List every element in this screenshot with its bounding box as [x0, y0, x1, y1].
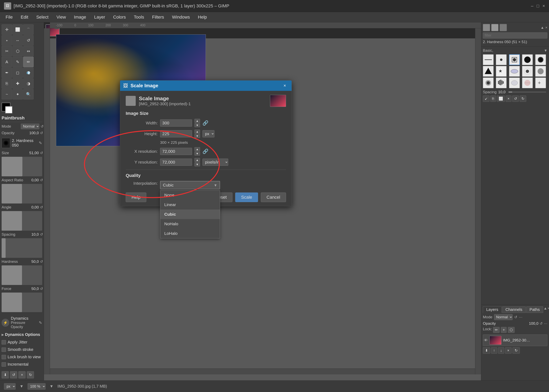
xres-down[interactable]: ▼: [194, 152, 200, 155]
tool-move[interactable]: ✛: [2, 24, 12, 35]
layer-visibility-icon[interactable]: 👁: [484, 338, 488, 343]
menu-windows[interactable]: Windows: [169, 13, 193, 21]
brush-cell-6[interactable]: [483, 66, 494, 77]
brush-cell-12[interactable]: [496, 77, 507, 88]
brush-cell-9[interactable]: [522, 66, 533, 77]
incremental-checkbox[interactable]: [2, 362, 6, 367]
brush-action-6[interactable]: ↻: [520, 95, 526, 102]
tool-eraser[interactable]: ◻: [12, 68, 23, 78]
aspect-reset[interactable]: ↺: [40, 178, 43, 182]
menu-view[interactable]: View: [53, 13, 70, 21]
lock-brush-btn[interactable]: ✏: [493, 327, 500, 333]
yres-down[interactable]: ▼: [194, 162, 200, 166]
layers-close-icon[interactable]: ×: [548, 306, 549, 313]
tool-smudge[interactable]: ~: [2, 89, 12, 99]
zoom-select-status[interactable]: 100 %: [28, 383, 46, 390]
tool-perspective[interactable]: ⬡: [12, 46, 23, 56]
dialog-close-button[interactable]: ×: [281, 82, 288, 89]
lock-alpha-btn[interactable]: ⬡: [508, 327, 515, 333]
menu-tools[interactable]: Tools: [130, 13, 148, 21]
brush-action-2[interactable]: ⎘: [490, 95, 496, 102]
interpolation-select[interactable]: Cubic: [160, 181, 220, 189]
brushes-filter-input[interactable]: [483, 32, 547, 39]
height-up[interactable]: ▲: [194, 130, 200, 133]
tab-paths[interactable]: Paths: [526, 306, 543, 313]
x-res-input[interactable]: [160, 148, 192, 155]
tool-color-picker[interactable]: ✦: [12, 89, 23, 99]
smooth-stroke-checkbox[interactable]: [2, 348, 6, 352]
unit-select[interactable]: px % in: [202, 130, 214, 137]
tool-text[interactable]: A: [2, 57, 12, 67]
tool-dodge[interactable]: ◑: [23, 78, 34, 89]
tool-options-delete[interactable]: ×: [18, 371, 26, 378]
width-down[interactable]: ▼: [194, 123, 200, 127]
layer-btn-delete[interactable]: ×: [505, 347, 512, 354]
layer-opacity-reset[interactable]: ↺: [540, 321, 543, 326]
menu-filters[interactable]: Filters: [149, 13, 168, 21]
tool-path[interactable]: ✎: [12, 57, 23, 67]
option-linear[interactable]: Linear: [160, 200, 220, 210]
tool-airbrush[interactable]: 💨: [23, 68, 34, 78]
hardness-reset[interactable]: ↺: [40, 259, 43, 264]
tool-scale[interactable]: ↔: [12, 35, 23, 46]
menu-colors[interactable]: Colors: [109, 13, 129, 21]
angle-reset[interactable]: ↺: [40, 205, 43, 210]
menu-image[interactable]: Image: [70, 13, 90, 21]
option-lohalo[interactable]: LoHalo: [160, 229, 220, 238]
spacing-reset[interactable]: ↺: [40, 232, 43, 237]
h-scrollbar[interactable]: [50, 368, 481, 374]
width-up[interactable]: ▲: [194, 119, 200, 123]
tool-options-undo[interactable]: ↺: [10, 371, 17, 378]
opacity-reset-icon[interactable]: ↺: [40, 131, 43, 135]
help-button[interactable]: Help: [126, 193, 146, 202]
layer-btn-undo[interactable]: ↻: [513, 347, 520, 354]
layer-opacity-more[interactable]: ⋯: [544, 321, 547, 326]
lock-position-btn[interactable]: +: [501, 327, 507, 333]
tab-channels[interactable]: Channels: [502, 306, 526, 313]
brush-cell-15[interactable]: +: [535, 77, 546, 88]
brush-action-5[interactable]: ↺: [512, 95, 519, 102]
brush-action-3[interactable]: ⬜: [497, 95, 505, 102]
y-res-input[interactable]: [160, 159, 192, 166]
dynamics-options-header[interactable]: ▶ Dynamics Options: [2, 331, 42, 338]
apply-jitter-checkbox[interactable]: [2, 340, 6, 344]
category-dropdown-icon[interactable]: ▼: [544, 49, 547, 53]
height-input[interactable]: [160, 130, 192, 137]
yres-up[interactable]: ▲: [194, 158, 200, 162]
brush-cell-7[interactable]: ★: [496, 66, 507, 77]
brush-cell-10[interactable]: [535, 66, 546, 77]
height-down[interactable]: ▼: [194, 134, 200, 138]
option-cubic[interactable]: Cubic: [160, 210, 220, 219]
brush-action-1[interactable]: ↙: [483, 95, 489, 102]
menu-select[interactable]: Select: [33, 13, 52, 21]
v-scrollbar[interactable]: [475, 28, 481, 374]
brush-cell-2[interactable]: [496, 54, 507, 65]
tool-rect-select[interactable]: ⬜: [12, 24, 23, 35]
brush-cell-3-selected[interactable]: [509, 54, 520, 65]
menu-edit[interactable]: Edit: [17, 13, 32, 21]
layer-btn-new[interactable]: ⬇: [483, 347, 490, 354]
tool-options-refresh[interactable]: ↻: [27, 371, 34, 378]
canvas-area[interactable]: × -1000100200300400 🖼 Scale Image ×: [44, 22, 481, 380]
brush-cell-14[interactable]: [522, 77, 533, 88]
menu-file[interactable]: File: [2, 13, 16, 21]
brush-action-4[interactable]: ×: [506, 95, 511, 102]
panel-close-icon[interactable]: ×: [545, 26, 547, 30]
maximize-button[interactable]: □: [537, 3, 539, 9]
tool-pencil[interactable]: ✒: [2, 68, 12, 78]
brush-cell-1[interactable]: [483, 54, 494, 65]
mode-select[interactable]: Normal: [21, 124, 39, 129]
width-input[interactable]: [160, 119, 192, 127]
scale-button[interactable]: Scale: [235, 193, 258, 202]
tool-fuzzy[interactable]: ⭒: [2, 35, 12, 46]
tool-lasso[interactable]: ⌒: [23, 24, 34, 35]
tool-heal[interactable]: ✚: [12, 78, 23, 89]
force-reset[interactable]: ↺: [40, 287, 43, 291]
layer-item[interactable]: 👁 IMG_2952-30…: [483, 335, 547, 346]
tab-layers[interactable]: Layers: [483, 306, 502, 313]
brush-cell-4[interactable]: [522, 54, 533, 65]
brush-cell-11[interactable]: [483, 77, 494, 88]
cancel-button[interactable]: Cancel: [261, 193, 286, 202]
layer-btn-down[interactable]: ↓: [498, 347, 504, 354]
size-reset[interactable]: ↺: [40, 151, 43, 155]
